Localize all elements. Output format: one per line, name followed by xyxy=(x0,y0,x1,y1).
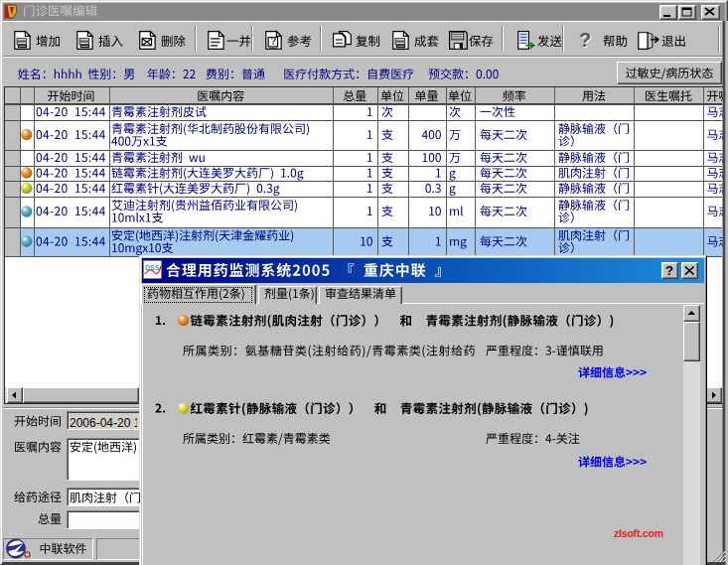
svg-text:?: ? xyxy=(579,29,591,51)
svg-text:?: ? xyxy=(270,36,276,47)
svg-text:?: ? xyxy=(665,263,673,278)
